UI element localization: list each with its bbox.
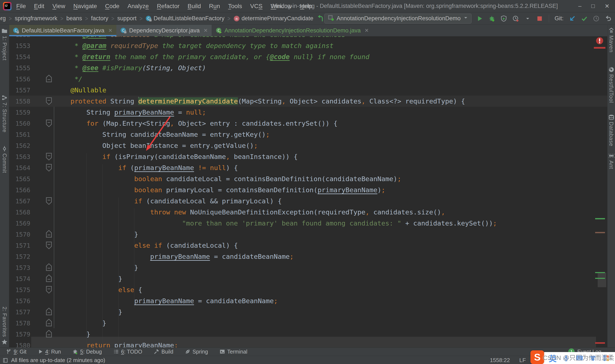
- line-number[interactable]: 1553: [9, 40, 30, 52]
- breadcrumb-item-defaultlistablebeanfactory[interactable]: CDefaultListableBeanFactory: [146, 15, 225, 22]
- gutter[interactable]: [30, 84, 70, 96]
- line-number[interactable]: 1568: [9, 207, 30, 218]
- git-update-button[interactable]: [568, 14, 576, 23]
- gutter[interactable]: [30, 173, 70, 184]
- line-number[interactable]: 1562: [9, 140, 30, 151]
- run-configuration-select[interactable]: AnnotationDependencyInjectionResolutionD…: [324, 14, 471, 24]
- profiler-chevron[interactable]: [524, 14, 532, 23]
- gutter[interactable]: [30, 284, 70, 295]
- line-number[interactable]: 1552: [9, 36, 30, 40]
- gutter[interactable]: [30, 295, 70, 306]
- git-rollback-button[interactable]: [604, 14, 612, 23]
- profiler-button[interactable]: [512, 14, 520, 23]
- stop-button[interactable]: [535, 14, 544, 23]
- tool-stripe-structure[interactable]: 7: Structure: [1, 95, 8, 132]
- tool-window-button-git[interactable]: 9: Git: [6, 349, 27, 355]
- gutter[interactable]: [30, 140, 70, 151]
- line-number[interactable]: 1555: [9, 63, 30, 74]
- gutter[interactable]: [30, 36, 70, 40]
- gutter[interactable]: [30, 129, 70, 140]
- menu-edit[interactable]: Edit: [34, 3, 44, 10]
- line-number[interactable]: 1570: [9, 229, 30, 240]
- gutter[interactable]: [30, 306, 70, 317]
- line-number[interactable]: 1566: [9, 184, 30, 196]
- gutter[interactable]: [30, 151, 70, 162]
- line-number[interactable]: 1580: [9, 340, 30, 347]
- tool-window-button-run[interactable]: 4: Run: [38, 349, 61, 355]
- breadcrumb-item-determineprimarycandidate[interactable]: mdeterminePrimaryCandidate: [233, 15, 313, 22]
- back-to-source-button[interactable]: [316, 14, 324, 23]
- line-number[interactable]: 1576: [9, 296, 30, 307]
- line-ending-indicator[interactable]: LF: [519, 357, 526, 364]
- line-number[interactable]: 1565: [9, 173, 30, 184]
- menu-analyze[interactable]: Analyze: [127, 3, 149, 10]
- gutter[interactable]: [30, 96, 70, 107]
- tool-window-button-spring[interactable]: Spring: [185, 349, 208, 355]
- gutter[interactable]: [30, 107, 70, 118]
- run-with-coverage-button[interactable]: [500, 14, 508, 23]
- editor-tab-2[interactable]: CAnnotationDependencyInjectionResolution…: [212, 25, 373, 36]
- breadcrumb-item-org[interactable]: org: [0, 15, 6, 22]
- debug-button[interactable]: [488, 14, 496, 23]
- editor-tab-0[interactable]: CDefaultListableBeanFactory.java✕: [9, 25, 116, 36]
- breadcrumb-item-springframework[interactable]: springframework: [15, 15, 57, 22]
- editor-tab-1[interactable]: CDependencyDescriptor.java✕: [116, 25, 212, 36]
- tool-stripe-maven[interactable]: mMaven: [608, 27, 615, 52]
- gutter[interactable]: [30, 240, 70, 251]
- tab-close-icon[interactable]: ✕: [108, 27, 113, 34]
- tab-close-icon[interactable]: ✕: [203, 27, 208, 34]
- error-count-indicator[interactable]: [596, 37, 604, 46]
- gutter[interactable]: [30, 218, 70, 229]
- menu-tools[interactable]: Tools: [228, 3, 242, 10]
- line-number[interactable]: 1557: [9, 85, 30, 96]
- line-number[interactable]: 1560: [9, 118, 30, 129]
- sogou-logo-icon[interactable]: S: [530, 350, 544, 364]
- minimize-button[interactable]: –: [578, 3, 581, 9]
- gutter[interactable]: [30, 162, 70, 173]
- line-number[interactable]: 1556: [9, 74, 30, 85]
- tool-window-button-build[interactable]: Build: [154, 349, 174, 355]
- breadcrumb-item-support[interactable]: support: [117, 15, 136, 22]
- tool-stripe-database[interactable]: Database: [608, 114, 614, 146]
- gutter[interactable]: [30, 251, 70, 262]
- code-editor[interactable]: 1552 * @param candidates a Map of candid…: [9, 36, 608, 347]
- line-number[interactable]: 1563: [9, 151, 30, 162]
- gutter[interactable]: [30, 62, 70, 73]
- line-number[interactable]: 1578: [9, 318, 30, 329]
- git-history-button[interactable]: [592, 14, 600, 23]
- tool-stripe-restfultool[interactable]: RestfulTool: [608, 66, 614, 103]
- gutter[interactable]: [30, 262, 70, 273]
- line-number[interactable]: 1567: [9, 196, 30, 207]
- gutter[interactable]: [30, 273, 70, 284]
- line-number[interactable]: 1573: [9, 262, 30, 273]
- menu-build[interactable]: Build: [188, 3, 201, 10]
- gutter[interactable]: [30, 317, 70, 329]
- menu-refactor[interactable]: Refactor: [157, 3, 180, 10]
- tool-window-button-todo[interactable]: 6: TODO: [113, 349, 142, 355]
- gutter[interactable]: [30, 340, 70, 347]
- menu-navigate[interactable]: Navigate: [73, 3, 97, 10]
- tool-stripe-favorites[interactable]: 2: Favorites: [1, 307, 8, 345]
- tab-close-icon[interactable]: ✕: [364, 27, 369, 34]
- tool-window-button-debug[interactable]: 5: Debug: [72, 349, 102, 355]
- breadcrumb-item-beans[interactable]: beans: [67, 15, 82, 22]
- gutter[interactable]: [30, 195, 70, 207]
- gutter[interactable]: [30, 184, 70, 195]
- line-number[interactable]: 1564: [9, 162, 30, 173]
- tool-stripe-ant[interactable]: Ant: [608, 153, 614, 169]
- line-number[interactable]: 1579: [9, 329, 30, 340]
- line-number[interactable]: 1554: [9, 52, 30, 63]
- menu-view[interactable]: View: [52, 3, 65, 10]
- git-commit-button[interactable]: [580, 14, 588, 23]
- vertical-scrollbar-thumb[interactable]: [598, 273, 606, 287]
- gutter[interactable]: [30, 40, 70, 51]
- line-number[interactable]: 1572: [9, 251, 30, 262]
- line-number[interactable]: 1577: [9, 307, 30, 318]
- tool-window-button-terminal[interactable]: Terminal: [220, 349, 247, 355]
- gutter[interactable]: [30, 51, 70, 62]
- line-number[interactable]: 1574: [9, 273, 30, 285]
- tool-stripe-commit[interactable]: Commit: [1, 146, 8, 173]
- caret-position[interactable]: 1558:22: [490, 357, 510, 364]
- breadcrumb-item-factory[interactable]: factory: [91, 15, 108, 22]
- tool-stripe-project[interactable]: 1: Project: [1, 28, 8, 61]
